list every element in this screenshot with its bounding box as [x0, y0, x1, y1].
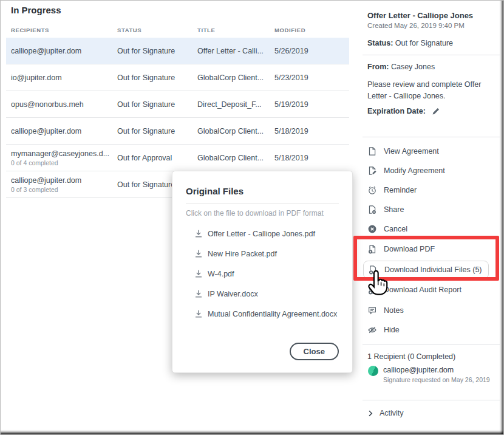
modified-date: 5/26/2019 [270, 47, 349, 55]
action-download-pdf[interactable]: Download PDF [367, 243, 435, 255]
table-row[interactable]: calliope@jupiter.dom Out for Signature O… [6, 38, 349, 64]
from-value: Casey Jones [391, 63, 435, 71]
from-line: From: Casey Jones [367, 63, 435, 71]
agreement-title: Direct_Deposit_F... [192, 100, 270, 109]
recipient-email: calliope@jupiter.dom [11, 176, 112, 185]
file-name: New Hire Packet.pdf [208, 250, 277, 258]
activity-toggle[interactable]: Activity [367, 409, 404, 417]
table-row[interactable]: opus@nonorbus.meh Out for Signature Dire… [6, 91, 349, 118]
alarm-icon [367, 185, 377, 195]
chevron-right-icon [367, 410, 373, 417]
file-download-item[interactable]: W-4.pdf [195, 264, 346, 284]
file-name: Mutual Confidentiality Agreement.docx [208, 310, 337, 318]
file-name: Offer Letter - Calliope Jones.pdf [208, 230, 315, 238]
download-icon [195, 250, 202, 258]
table-header-row: RECIPIENTS STATUS TITLE MODIFIED [6, 22, 349, 38]
action-notes[interactable]: Notes [367, 304, 404, 317]
status-value: Out for Signature [112, 100, 192, 109]
table-row[interactable]: io@jupiter.dom Out for Signature GlobalC… [6, 64, 349, 91]
status-line: Status: Out for Signature [367, 39, 453, 47]
agreement-title: Offer Letter - Calliope Jones [367, 11, 495, 20]
download-file-icon [368, 265, 378, 275]
status-value: Out for Signature [112, 127, 192, 135]
recipient-email: calliope@jupiter.dom [6, 127, 112, 135]
action-label: Download Individual Files (5) [384, 265, 482, 274]
page-title: In Progress [11, 5, 61, 15]
divider [363, 55, 500, 55]
document-edit-icon [367, 166, 377, 176]
recipient-progress: 0 of 4 completed [11, 159, 112, 166]
dialog-title: Original Files [186, 186, 243, 196]
dialog-subtitle: Click on the file to download in PDF for… [186, 209, 324, 217]
action-share[interactable]: Share [367, 204, 404, 216]
divider [186, 203, 339, 204]
expiration-line: Expiration Date: [367, 107, 440, 115]
modified-date: 5/19/2019 [270, 100, 349, 109]
expiration-label: Expiration Date: [367, 107, 426, 115]
action-label: Download PDF [384, 245, 435, 253]
recipient-email: io@jupiter.dom [6, 74, 112, 82]
agreement-title: GlobalCorp Client... [192, 154, 270, 162]
action-label: Notes [384, 306, 404, 315]
status-label: Status: [367, 39, 393, 47]
created-timestamp: Created May 26, 2019 9:40 PM [367, 22, 465, 29]
action-label: Hide [384, 326, 400, 334]
column-header-modified[interactable]: MODIFIED [270, 27, 349, 33]
recipients-header: 1 Recipient (0 Completed) [367, 352, 455, 361]
file-name: W-4.pdf [208, 270, 234, 278]
action-cancel[interactable]: Cancel [367, 223, 407, 235]
table-row[interactable]: mymanager@caseyjones.d... 0 of 4 complet… [6, 145, 349, 171]
action-modify-agreement[interactable]: Modify Agreement [367, 165, 445, 177]
recipient-email: calliope@jupiter.dom [383, 366, 454, 374]
download-pdf-icon [367, 244, 377, 254]
modified-date: 5/18/2019 [270, 154, 349, 162]
status-value: Out for Signature [395, 39, 453, 47]
action-label: Cancel [384, 225, 407, 233]
from-label: From: [367, 63, 389, 71]
recipient-email: mymanager@caseyjones.d... [11, 149, 112, 158]
agreement-title: Offer Letter - Calli... [192, 47, 270, 55]
divider [363, 137, 500, 137]
divider [363, 344, 500, 344]
notes-icon [367, 306, 377, 315]
action-download-individual-files[interactable]: Download Individual Files (5) [363, 261, 489, 279]
action-label: Share [384, 205, 404, 214]
original-files-dialog: Original Files Click on the file to down… [172, 171, 353, 373]
status-value: Out for Signature [112, 74, 192, 82]
file-name: IP Waiver.docx [208, 290, 258, 298]
action-label: View Agreement [384, 147, 439, 156]
edit-pencil-icon[interactable] [432, 107, 440, 115]
recipient-email: opus@nonorbus.meh [6, 100, 112, 109]
document-icon [367, 146, 377, 156]
column-header-recipients[interactable]: RECIPIENTS [6, 27, 112, 33]
file-download-item[interactable]: Mutual Confidentiality Agreement.docx [195, 304, 346, 324]
download-icon [195, 270, 202, 278]
close-button[interactable]: Close [290, 343, 339, 360]
divider [363, 400, 500, 400]
modified-date: 5/18/2019 [270, 127, 349, 135]
file-download-item[interactable]: IP Waiver.docx [195, 284, 346, 304]
recipient-request-info: Signature requested on May 26, 2019 [383, 376, 490, 383]
eye-off-icon [367, 325, 377, 335]
agreement-title: GlobalCorp Client... [192, 74, 270, 82]
column-header-status[interactable]: STATUS [112, 27, 192, 33]
file-list: Offer Letter - Calliope Jones.pdf New Hi… [195, 224, 346, 324]
column-header-title[interactable]: TITLE [192, 27, 270, 33]
file-download-item[interactable]: Offer Letter - Calliope Jones.pdf [195, 224, 346, 244]
action-reminder[interactable]: Reminder [367, 184, 417, 196]
action-view-agreement[interactable]: View Agreement [367, 145, 439, 157]
download-icon [195, 290, 202, 298]
download-audit-icon [367, 285, 377, 295]
activity-label: Activity [380, 409, 404, 417]
action-hide[interactable]: Hide [367, 324, 400, 336]
action-label: Modify Agreement [384, 166, 445, 175]
table-row[interactable]: calliope@jupiter.dom Out for Signature G… [6, 118, 349, 145]
recipient-email: calliope@jupiter.dom [6, 47, 112, 55]
download-icon [195, 310, 202, 318]
status-value: Out for Signature [112, 47, 192, 55]
recipient-avatar [368, 366, 378, 376]
agreement-message: Please review and complete Offer Letter … [367, 79, 496, 102]
file-download-item[interactable]: New Hire Packet.pdf [195, 244, 346, 264]
action-label: Reminder [384, 186, 417, 194]
action-download-audit-report[interactable]: Download Audit Report [367, 284, 461, 296]
